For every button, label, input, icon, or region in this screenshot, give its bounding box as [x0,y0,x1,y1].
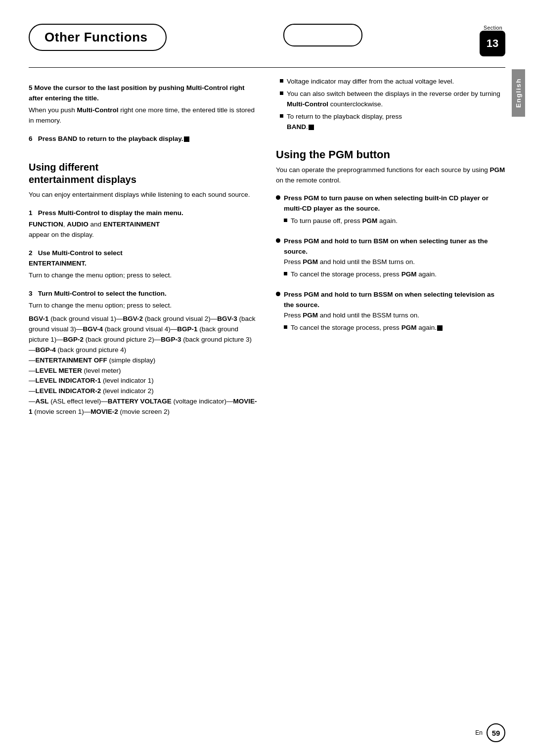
stop-icon-1 [184,136,189,142]
pgm-bullet-3-sub: To cancel the storage process, press PGM… [284,323,505,333]
footer-row: En 59 [0,723,534,742]
col-right: Voltage indicator may differ from the ac… [276,77,505,420]
step2-heading: 2 Use Multi-Control to selectENTERTAINME… [29,248,258,269]
step5-heading: 5 Move the cursor to the last position b… [29,83,258,104]
bullet-square-icon-1 [280,79,283,83]
bullet-square-icon-4 [284,219,287,222]
footer-page-badge: 59 [487,723,505,742]
bullet-square-icon-3 [280,114,283,118]
other-functions-badge: Other Functions [29,24,167,51]
top-divider [29,67,505,68]
pgm-bullet-2: Press PGM and hold to turn BSM on when s… [276,236,505,282]
step2-body: Turn to change the menu option; press to… [29,270,258,281]
step1-block: 1 Press Multi-Control to display the mai… [29,208,258,241]
pgm-bullet-1: Press PGM to turn pause on when selectin… [276,193,505,228]
entertainment-intro: You can enjoy entertainment displays whi… [29,190,258,200]
step5-body: When you push Multi-Control right one mo… [29,105,258,126]
step1-body: FUNCTION, AUDIO and ENTERTAINMENTappear … [29,220,258,240]
page-title: Other Functions [44,30,148,44]
footer-en-label: En [475,729,483,736]
step2-block: 2 Use Multi-Control to selectENTERTAINME… [29,248,258,281]
right-bullet-2-text: You can also switch between the displays… [287,89,505,110]
footer-page-number: 59 [492,729,500,737]
pgm-bullet-3: Press PGM and hold to turn BSSM on when … [276,290,505,335]
pgm-heading: Using the PGM button [276,148,505,161]
page-container: Other Functions Section 13 English 5 Mov [0,0,534,756]
step5-block: 5 Move the cursor to the last position b… [29,83,258,126]
bullet-square-icon-2 [280,91,283,95]
bullet-circle-icon-2 [276,238,280,243]
pgm-intro: You can operate the preprogrammed functi… [276,165,505,186]
pgm-section: Using the PGM button You can operate the… [276,148,505,335]
right-bullet-1-text: Voltage indicator may differ from the ac… [287,77,505,87]
bullet-circle-icon-1 [276,195,280,200]
step3-block: 3 Turn Multi-Control to select the funct… [29,289,258,417]
pgm-bullet-1-sub-text: To turn pause off, press PGM again. [291,216,505,226]
section-number: 13 [487,37,498,50]
right-bullets: Voltage indicator may differ from the ac… [276,77,505,133]
section-box: Section 13 [480,25,505,56]
header-row: Other Functions Section 13 [29,24,505,56]
right-bullet-3-text: To return to the playback display, press… [287,112,505,133]
empty-rounded-box [283,24,362,46]
step6-heading: 6 Press BAND to return to the playback d… [29,134,258,144]
stop-icon-3 [437,325,443,331]
pgm-bullet-2-text: Press PGM and hold to turn BSM on when s… [284,236,505,282]
pgm-bullet-2-sub-text: To cancel the storage process, press PGM… [291,269,505,280]
stop-icon-2 [309,125,314,130]
step3-body: Turn to change the menu option; press to… [29,301,258,311]
step6-block: 6 Press BAND to return to the playback d… [29,134,258,144]
bgv-list: BGV-1 (back ground visual 1)—BGV-2 (back… [29,314,258,417]
bullet-square-icon-6 [284,325,287,329]
main-content: 5 Move the cursor to the last position b… [29,77,505,420]
pgm-bullet-3-text: Press PGM and hold to turn BSSM on when … [284,290,505,335]
pgm-bullet-1-text: Press PGM to turn pause on when selectin… [284,193,505,228]
right-bullet-2: You can also switch between the displays… [276,89,505,110]
step1-heading: 1 Press Multi-Control to display the mai… [29,208,258,219]
pgm-bullet-3-sub-text: To cancel the storage process, press PGM… [291,323,505,333]
col-left: 5 Move the cursor to the last position b… [29,77,258,420]
bullet-circle-icon-3 [276,292,280,296]
pgm-bullet-1-sub: To turn pause off, press PGM again. [284,216,505,226]
pgm-bullet-2-sub: To cancel the storage process, press PGM… [284,269,505,280]
entertainment-heading: Using differententertainment displays [29,161,258,186]
section-number-badge: 13 [480,31,505,56]
section-label: Section [484,25,502,31]
step3-heading: 3 Turn Multi-Control to select the funct… [29,289,258,299]
bullet-square-icon-5 [284,272,287,275]
entertainment-section: Using differententertainment displays Yo… [29,161,258,418]
english-sidebar: English [512,69,525,117]
right-bullet-1: Voltage indicator may differ from the ac… [276,77,505,87]
header-middle [167,24,480,46]
right-bullet-3: To return to the playback display, press… [276,112,505,133]
